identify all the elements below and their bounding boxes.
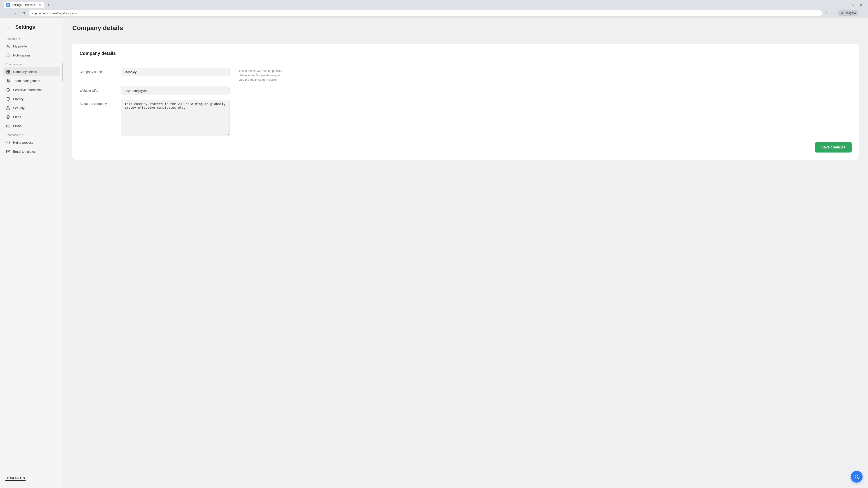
team-management-icon <box>6 78 10 83</box>
form-actions: Save changes <box>80 142 852 153</box>
company-name-input-wrap <box>121 68 230 76</box>
svg-rect-11 <box>6 125 10 127</box>
sidebar-item-email-templates-label: Email templates <box>13 150 36 153</box>
app-container: ← Settings Personal ▼ My profile Notific… <box>0 18 868 488</box>
svg-rect-2 <box>6 70 8 71</box>
reload-button[interactable]: ↻ <box>20 9 27 17</box>
billing-icon <box>6 124 10 128</box>
company-section-arrow: ▼ <box>20 63 22 66</box>
sidebar-item-hiring-process[interactable]: Hiring process <box>3 138 60 147</box>
search-icon <box>854 474 860 480</box>
sidebar-item-company-details-label: Company details <box>13 70 37 74</box>
security-icon <box>6 106 10 110</box>
minimize-button[interactable]: ─ <box>840 2 846 8</box>
support-fab-button[interactable] <box>851 471 863 483</box>
sidebar-scrollbar[interactable] <box>62 63 63 81</box>
company-name-input[interactable] <box>121 68 230 76</box>
new-tab-button[interactable]: + <box>45 2 52 8</box>
incognito-badge: Incognito <box>838 10 858 16</box>
main-content: Company details Company details Company … <box>63 18 868 488</box>
incognito-label: Incognito <box>845 11 856 15</box>
website-url-input-wrap <box>121 87 230 95</box>
svg-line-16 <box>858 478 859 479</box>
back-to-app-button[interactable]: ← <box>5 24 13 31</box>
nav-actions: ☆ ▱ Incognito ⋮ <box>824 10 865 16</box>
about-company-input-wrap: This company started in the 2000's aimin… <box>121 100 230 137</box>
browser-chrome: H Settings · Homerun ✕ + ─ ▭ ✕ ← → ↻ app… <box>0 0 868 18</box>
company-details-card: Company details Company name These detai… <box>72 43 859 160</box>
bookmark-button[interactable]: ☆ <box>824 10 830 16</box>
company-details-icon <box>6 70 10 74</box>
candidates-section-label: Candidates ▼ <box>3 131 60 138</box>
plans-icon <box>6 115 10 119</box>
svg-rect-5 <box>8 72 10 73</box>
page-title: Company details <box>72 24 859 32</box>
sidebar-item-notifications[interactable]: Notifications <box>3 51 60 60</box>
tab-favicon: H <box>6 3 10 7</box>
svg-point-6 <box>7 79 8 80</box>
svg-point-1 <box>7 45 9 46</box>
sidebar-item-privacy[interactable]: Privacy <box>3 94 60 103</box>
sidebar-item-my-profile[interactable]: My profile <box>3 42 60 51</box>
candidates-section-arrow: ▼ <box>22 134 24 136</box>
sidebar-item-team-management-label: Team management <box>13 79 40 83</box>
close-window-button[interactable]: ✕ <box>858 2 864 8</box>
svg-rect-4 <box>6 72 8 73</box>
content-area: Company details Company name These detai… <box>63 36 868 172</box>
sidebar: ← Settings Personal ▼ My profile Notific… <box>0 18 63 488</box>
sidebar-scroll: Personal ▼ My profile Notifications Comp… <box>0 34 63 472</box>
svg-point-7 <box>8 79 10 80</box>
sidebar-item-hiring-process-label: Hiring process <box>13 141 33 144</box>
website-url-input[interactable] <box>121 87 230 95</box>
forward-button[interactable]: → <box>11 9 19 17</box>
card-title-row: Company details <box>80 51 852 62</box>
profile-icon <box>6 44 10 48</box>
sidebar-item-sensitive-information-label: Sensitive information <box>13 88 42 92</box>
save-changes-button[interactable]: Save changes <box>815 142 852 153</box>
split-view-button[interactable]: ▱ <box>831 10 837 16</box>
email-templates-icon <box>6 149 10 154</box>
card-title: Company details <box>80 51 116 56</box>
sidebar-item-company-details[interactable]: Company details <box>3 67 60 76</box>
svg-marker-10 <box>6 116 10 117</box>
more-button[interactable]: ⋮ <box>859 10 865 16</box>
about-company-textarea[interactable]: This company started in the 2000's aimin… <box>121 100 230 136</box>
url-bar[interactable]: app.homerun.co/settings/company <box>29 10 822 16</box>
sidebar-title: Settings <box>16 24 35 30</box>
personal-section-arrow: ▼ <box>18 37 21 40</box>
sidebar-item-security[interactable]: Security <box>3 103 60 112</box>
notifications-icon <box>6 53 10 58</box>
restore-button[interactable]: ▭ <box>849 2 855 8</box>
nav-bar: ← → ↻ app.homerun.co/settings/company ☆ … <box>0 8 868 18</box>
company-name-label: Company name <box>80 68 116 74</box>
sidebar-item-security-label: Security <box>13 106 25 110</box>
sidebar-item-privacy-label: Privacy <box>13 97 24 101</box>
active-tab[interactable]: H Settings · Homerun ✕ <box>4 2 44 8</box>
website-url-row: Website URL <box>80 87 852 95</box>
sidebar-item-my-profile-label: My profile <box>13 44 27 48</box>
company-section-label: Company ▼ <box>3 60 60 67</box>
svg-point-15 <box>855 475 858 478</box>
sidebar-item-plans-label: Plans <box>13 115 21 119</box>
svg-point-0 <box>841 12 842 13</box>
sidebar-item-billing-label: Billing <box>13 124 22 128</box>
sidebar-item-team-management[interactable]: Team management <box>3 76 60 86</box>
tab-bar: H Settings · Homerun ✕ + ─ ▭ ✕ <box>0 0 868 8</box>
tab-close-button[interactable]: ✕ <box>38 3 41 7</box>
svg-rect-9 <box>6 108 10 109</box>
website-url-label: Website URL <box>80 87 116 92</box>
about-company-label: About the company <box>80 100 116 105</box>
sidebar-item-sensitive-information[interactable]: Sensitive information <box>3 86 60 94</box>
sidebar-item-billing[interactable]: Billing <box>3 122 60 131</box>
privacy-icon <box>6 97 10 101</box>
sidebar-header: ← Settings <box>0 18 63 34</box>
sidebar-item-plans[interactable]: Plans <box>3 112 60 122</box>
sidebar-item-notifications-label: Notifications <box>13 54 30 57</box>
svg-rect-3 <box>8 70 10 71</box>
url-text: app.homerun.co/settings/company <box>32 11 77 15</box>
back-button[interactable]: ← <box>3 9 10 17</box>
sidebar-item-email-templates[interactable]: Email templates <box>3 147 60 156</box>
page-header: Company details <box>63 18 868 36</box>
tab-title: Settings · Homerun <box>12 3 36 6</box>
homerun-logo-text: HOMERUN <box>5 476 26 481</box>
